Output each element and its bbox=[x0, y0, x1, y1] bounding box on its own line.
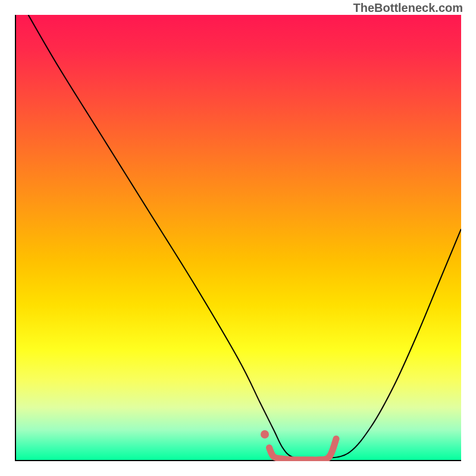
y-axis bbox=[15, 15, 16, 461]
watermark-text: TheBottleneck.com bbox=[353, 1, 463, 15]
x-axis bbox=[15, 460, 461, 461]
plot-gradient-background bbox=[15, 15, 461, 461]
chart-container: TheBottleneck.com bbox=[0, 0, 476, 476]
